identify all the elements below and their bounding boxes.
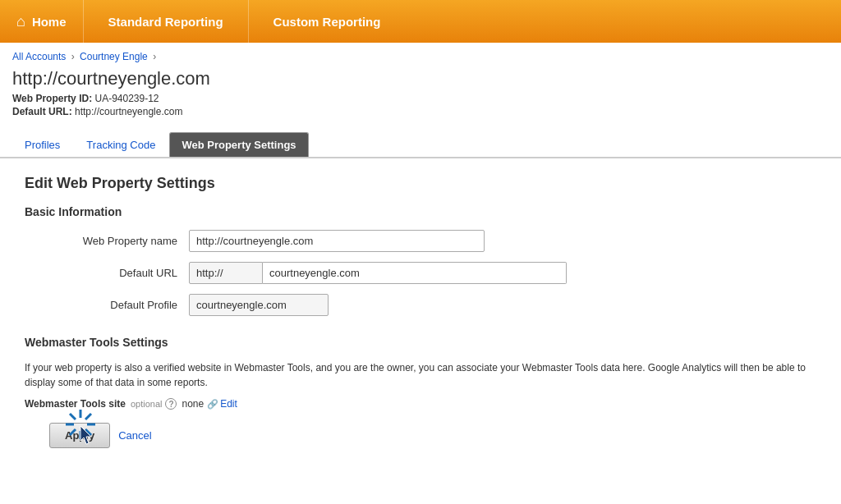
default-url-label: Default URL: [12, 106, 72, 117]
basic-info-title: Basic Information [25, 205, 816, 218]
custom-reporting-nav-item[interactable]: Custom Reporting [248, 0, 406, 43]
breadcrumb: All Accounts › Courtney Engle › [0, 43, 841, 66]
webmaster-section: Webmaster Tools Settings If your web pro… [25, 336, 816, 410]
default-profile-label: Default Profile [25, 299, 189, 311]
external-link-icon: 🔗 [207, 399, 218, 410]
tab-tracking-code[interactable]: Tracking Code [74, 132, 168, 157]
url-protocol-select[interactable]: http:// https:// [189, 262, 263, 284]
web-property-name-input[interactable] [189, 230, 485, 252]
web-property-name-row: Web Property name [25, 230, 816, 252]
webmaster-edit-link[interactable]: Edit [220, 398, 237, 410]
default-url-form-row: Default URL http:// https:// [25, 262, 816, 284]
tab-web-property-settings[interactable]: Web Property Settings [169, 132, 308, 157]
svg-line-4 [70, 414, 76, 419]
tab-profiles[interactable]: Profiles [12, 132, 72, 157]
top-navigation: ⌂ Home Standard Reporting Custom Reporti… [0, 0, 841, 43]
all-accounts-link[interactable]: All Accounts [12, 51, 66, 62]
home-nav-item[interactable]: ⌂ Home [8, 13, 83, 30]
webmaster-none-text: none [182, 398, 204, 410]
account-name-link[interactable]: Courtney Engle [80, 51, 148, 62]
webmaster-title: Webmaster Tools Settings [25, 336, 816, 349]
help-icon[interactable]: ? [165, 398, 177, 410]
form-buttons-row: Apply Cancel [25, 423, 816, 448]
optional-badge: optional [131, 399, 163, 409]
main-content: Edit Web Property Settings Basic Informa… [0, 158, 841, 465]
edit-section-title: Edit Web Property Settings [25, 175, 816, 192]
property-id-value: UA-940239-12 [94, 93, 159, 104]
property-id-label: Web Property ID: [12, 93, 92, 104]
page-title: http://courtneyengle.com [12, 68, 829, 89]
svg-line-5 [85, 414, 91, 419]
apply-button[interactable]: Apply [49, 423, 110, 448]
property-id-row: Web Property ID: UA-940239-12 [12, 93, 829, 104]
breadcrumb-separator2: › [153, 51, 156, 62]
custom-reporting-label: Custom Reporting [273, 15, 381, 29]
default-profile-select[interactable]: courtneyengle.com [189, 294, 329, 316]
webmaster-description: If your web property is also a verified … [25, 360, 813, 390]
breadcrumb-separator: › [71, 51, 75, 62]
cancel-button[interactable]: Cancel [118, 429, 151, 442]
default-url-form-label: Default URL [25, 267, 189, 279]
webmaster-site-label: Webmaster Tools site [25, 398, 126, 410]
standard-reporting-label: Standard Reporting [108, 15, 223, 29]
url-domain-input[interactable] [263, 262, 567, 284]
standard-reporting-nav-item[interactable]: Standard Reporting [83, 0, 248, 43]
webmaster-tools-site-row: Webmaster Tools site optional ? none 🔗 E… [25, 398, 816, 410]
default-url-row: Default URL: http://courtneyengle.com [12, 106, 829, 117]
default-url-value: http://courtneyengle.com [75, 106, 182, 117]
url-input-group: http:// https:// [189, 262, 567, 284]
page-header: http://courtneyengle.com Web Property ID… [0, 66, 841, 126]
home-label: Home [32, 15, 67, 29]
home-icon: ⌂ [16, 13, 25, 30]
tabs-bar: Profiles Tracking Code Web Property Sett… [0, 126, 841, 158]
web-property-name-label: Web Property name [25, 235, 189, 247]
default-profile-row: Default Profile courtneyengle.com [25, 294, 816, 316]
